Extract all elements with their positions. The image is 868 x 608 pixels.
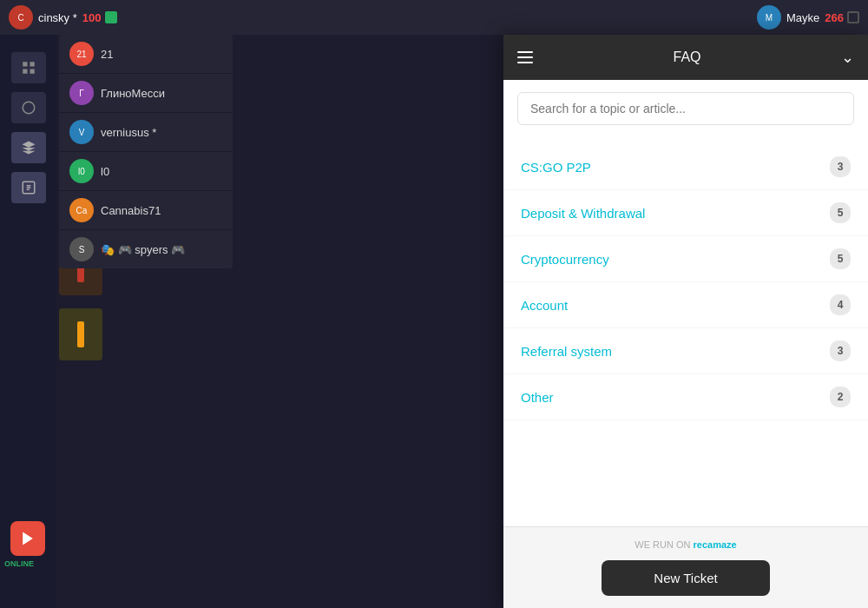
player-row: l0 l0 bbox=[59, 152, 233, 191]
category-label: CS:GO P2P bbox=[521, 160, 591, 175]
faq-panel: FAQ ⌄ CS:GO P2P 3 Deposit & Withdrawal 5… bbox=[503, 35, 868, 608]
svg-rect-1 bbox=[30, 62, 34, 66]
svg-marker-6 bbox=[23, 532, 33, 545]
player-name: ГлиноМесси bbox=[101, 87, 165, 100]
hamburger-line-1 bbox=[517, 51, 533, 53]
powered-by-text: WE RUN ON recamaze bbox=[635, 539, 736, 550]
player-avatar: S bbox=[69, 237, 94, 261]
game-item-2 bbox=[59, 308, 102, 360]
category-label: Cryptocurrency bbox=[521, 252, 609, 267]
category-count: 4 bbox=[830, 294, 851, 315]
category-label: Account bbox=[521, 298, 568, 313]
faq-title: FAQ bbox=[533, 50, 841, 65]
category-item-account[interactable]: Account 4 bbox=[503, 282, 868, 328]
player-row: Ca Cannabis71 bbox=[59, 191, 233, 230]
player-avatar: Г bbox=[69, 81, 94, 105]
play-button[interactable] bbox=[10, 521, 45, 556]
svg-rect-3 bbox=[30, 69, 34, 74]
player2-name: Mayke bbox=[786, 11, 819, 24]
category-count: 3 bbox=[830, 340, 851, 361]
top-bar: C cinsky * 100 M Mayke 266 bbox=[0, 0, 868, 35]
player2-card: M Mayke 266 bbox=[757, 5, 859, 30]
player-row: S 🎭 🎮 spyers 🎮 bbox=[59, 230, 233, 268]
search-input[interactable] bbox=[517, 92, 854, 125]
sidebar-btn-1[interactable] bbox=[11, 52, 46, 83]
player-name: l0 bbox=[101, 165, 109, 178]
player-avatar: V bbox=[69, 120, 94, 144]
player-row: 21 21 bbox=[59, 35, 233, 74]
hamburger-button[interactable] bbox=[517, 51, 533, 63]
category-item-other[interactable]: Other 2 bbox=[503, 374, 868, 420]
player1-card: C cinsky * 100 bbox=[9, 5, 117, 30]
side-players-list: 21 21 Г ГлиноМесси V verniusus * l0 l0 C… bbox=[59, 35, 233, 268]
category-count: 3 bbox=[830, 156, 851, 177]
left-sidebar: ONLINE bbox=[0, 35, 56, 608]
faq-search-section bbox=[503, 80, 868, 137]
category-label: Referral system bbox=[521, 344, 612, 359]
svg-rect-8 bbox=[77, 321, 84, 347]
category-count: 5 bbox=[830, 248, 851, 269]
player-row: V verniusus * bbox=[59, 113, 233, 152]
player-name: Cannabis71 bbox=[101, 204, 161, 217]
sidebar-btn-3[interactable] bbox=[11, 132, 46, 163]
svg-rect-0 bbox=[23, 62, 27, 66]
player1-health: 100 bbox=[82, 11, 117, 24]
category-label: Deposit & Withdrawal bbox=[521, 206, 645, 221]
player1-name: cinsky * bbox=[38, 11, 77, 24]
hamburger-line-3 bbox=[517, 62, 533, 63]
category-item-csgop2p[interactable]: CS:GO P2P 3 bbox=[503, 144, 868, 190]
sidebar-btn-4[interactable] bbox=[11, 172, 46, 203]
player-avatar: l0 bbox=[69, 159, 94, 183]
category-item-crypto[interactable]: Cryptocurrency 5 bbox=[503, 236, 868, 282]
player-avatar: Ca bbox=[69, 198, 94, 222]
new-ticket-button[interactable]: New Ticket bbox=[602, 560, 769, 596]
faq-footer: WE RUN ON recamaze New Ticket bbox=[503, 526, 868, 608]
player-name: 🎭 🎮 spyers 🎮 bbox=[101, 243, 185, 256]
health-icon-1 bbox=[105, 11, 117, 23]
player-name: verniusus * bbox=[101, 126, 156, 139]
faq-categories-list: CS:GO P2P 3 Deposit & Withdrawal 5 Crypt… bbox=[503, 137, 868, 526]
player2-avatar: M bbox=[757, 5, 781, 30]
player1-avatar: C bbox=[9, 5, 33, 30]
online-label: ONLINE bbox=[4, 559, 34, 568]
player-row: Г ГлиноМесси bbox=[59, 74, 233, 113]
health-icon-2 bbox=[847, 11, 859, 23]
chevron-down-icon[interactable]: ⌄ bbox=[841, 48, 854, 67]
svg-point-4 bbox=[23, 102, 35, 114]
category-label: Other bbox=[521, 390, 554, 405]
category-count: 2 bbox=[830, 387, 851, 407]
player2-health: 266 bbox=[825, 11, 859, 24]
svg-rect-2 bbox=[23, 69, 27, 74]
sidebar-btn-2[interactable] bbox=[11, 92, 46, 123]
player-avatar: 21 bbox=[69, 42, 94, 66]
player-name: 21 bbox=[101, 48, 113, 61]
category-item-referral[interactable]: Referral system 3 bbox=[503, 328, 868, 374]
category-count: 5 bbox=[830, 202, 851, 223]
category-item-deposit[interactable]: Deposit & Withdrawal 5 bbox=[503, 190, 868, 236]
hamburger-line-2 bbox=[517, 56, 533, 58]
faq-header: FAQ ⌄ bbox=[503, 35, 868, 80]
